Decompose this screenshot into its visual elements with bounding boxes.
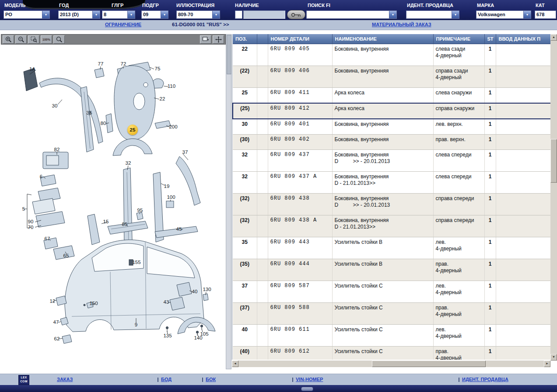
diagram-callout-110[interactable]: 110: [168, 83, 175, 89]
diagram-scrollbar-thumb[interactable]: [227, 35, 231, 74]
chevron-down-icon[interactable]: ▼: [452, 11, 459, 18]
table-row[interactable]: 37 6RU 809 587 Усилитель стойки C лев. 4…: [233, 281, 550, 303]
seller-id-select[interactable]: ▼: [406, 10, 459, 19]
model-select[interactable]: PO ▼: [4, 10, 50, 19]
cell-data-entry[interactable]: [496, 135, 550, 150]
zoom-in-button[interactable]: [3, 35, 14, 44]
brand-select[interactable]: Volkswagen ▼: [476, 10, 531, 19]
cell-data-entry[interactable]: [496, 347, 550, 360]
diagram-callout-135[interactable]: 135: [163, 333, 172, 338]
diagram-callout-130[interactable]: 130: [203, 287, 211, 292]
diagram-callout-67[interactable]: 67: [45, 236, 50, 241]
chevron-down-icon[interactable]: ▼: [389, 11, 396, 18]
diagram-callout-9[interactable]: 9: [135, 322, 137, 327]
table-row[interactable]: (25) 6RU 809 412 Арка колеса справа снар…: [233, 103, 550, 119]
chevron-down-icon[interactable]: ▼: [212, 11, 220, 18]
table-row[interactable]: 30 6RU 809 401 Боковина, внутренняя лев.…: [233, 119, 550, 135]
diagram-callout-100[interactable]: 100: [167, 194, 175, 200]
cell-data-entry[interactable]: [496, 88, 550, 104]
illustration-select[interactable]: 809-70 ▼: [176, 10, 220, 19]
diagram-callout-45[interactable]: 45: [176, 226, 182, 232]
scroll-down-arrow[interactable]: ▼: [550, 354, 557, 361]
footer-link-seller-id[interactable]: ИДЕНТ. ПРОДАВЦА: [462, 377, 508, 382]
diagram-callout-15[interactable]: 15: [103, 219, 109, 224]
magnifier-button[interactable]: [53, 35, 65, 44]
restriction-link[interactable]: ОГРАНИЧЕНИЕ: [105, 22, 141, 27]
table-row[interactable]: 25 6RU 809 411 Арка колеса слева снаружи…: [233, 88, 550, 104]
cell-data-entry[interactable]: [496, 66, 550, 88]
table-row[interactable]: 32 6RU 809 437 Боковина, внутренняя D >>…: [233, 150, 550, 172]
table-row[interactable]: (32) 6RU 809 438 A Боковина, внутренняя …: [233, 215, 550, 237]
footer-link-order[interactable]: ЗАКАЗ: [57, 377, 73, 382]
cell-data-entry[interactable]: [496, 215, 550, 237]
chevron-down-icon[interactable]: ▼: [161, 11, 168, 18]
scroll-left-arrow[interactable]: ◄: [232, 361, 238, 367]
footer-link-bod[interactable]: БОД: [161, 377, 172, 382]
main-group-select[interactable]: 8 ▼: [102, 10, 135, 19]
chevron-down-icon[interactable]: ▼: [42, 11, 49, 18]
diagram-canvas[interactable]: 1A77727511030352280252008237326191009559…: [1, 45, 226, 369]
diagram-callout-75[interactable]: 75: [155, 66, 161, 71]
diagram-callout-47[interactable]: 47: [53, 319, 59, 325]
subgroup-select[interactable]: 09 ▼: [141, 10, 168, 19]
diagram-callout-65[interactable]: 65: [63, 253, 69, 258]
table-row[interactable]: (37) 6RU 809 588 Усилитель стойки C прав…: [233, 303, 550, 325]
chevron-down-icon[interactable]: ▼: [92, 11, 100, 18]
year-select[interactable]: 2013 (D) ▼: [58, 10, 100, 19]
cell-data-entry[interactable]: [496, 103, 550, 119]
diagram-callout-12[interactable]: 12: [50, 298, 56, 304]
vertical-scroll-thumb[interactable]: [550, 139, 557, 183]
table-row[interactable]: (40) 6RU 809 612 Усилитель стойки C прав…: [233, 347, 550, 360]
diagram-callout-35[interactable]: 35: [87, 110, 92, 115]
cell-data-entry[interactable]: [496, 281, 550, 303]
availability-input[interactable]: [235, 10, 242, 19]
fit-window-button[interactable]: [200, 35, 211, 44]
table-row[interactable]: (35) 6RU 809 444 Усилитель стойки B прав…: [233, 259, 550, 281]
diagram-callout-62[interactable]: 62: [54, 336, 60, 341]
diagram-callout-32[interactable]: 32: [126, 160, 131, 166]
bottom-gripper[interactable]: [301, 387, 313, 391]
diagram-callout-155[interactable]: 155: [132, 260, 140, 265]
diagram-callout-40[interactable]: 40: [192, 289, 198, 294]
cell-data-entry[interactable]: [496, 44, 550, 66]
diagram-callout-37[interactable]: 37: [182, 149, 188, 155]
table-row[interactable]: (30) 6RU 809 402 Боковина, внутренняя пр…: [233, 135, 550, 150]
table-row[interactable]: 32 6RU 809 437 A Боковина, внутренняя D …: [233, 172, 550, 194]
cell-data-entry[interactable]: [496, 150, 550, 172]
table-row[interactable]: 35 6RU 809 443 Усилитель стойки B лев. 4…: [233, 237, 550, 259]
scroll-right-arrow[interactable]: ►: [544, 361, 550, 367]
table-row[interactable]: (22) 6RU 809 406 Боковина, внутренняя сп…: [233, 66, 550, 88]
diagram-callout-90[interactable]: 90: [28, 219, 34, 224]
diagram-callout-19[interactable]: 19: [164, 184, 170, 189]
zoom-area-button[interactable]: [28, 35, 39, 44]
diagram-callout-85[interactable]: 85: [122, 222, 128, 227]
diagram-callout-25[interactable]: 25: [127, 125, 138, 135]
scroll-up-arrow[interactable]: ▲: [550, 34, 557, 41]
diagram-callout-200[interactable]: 200: [169, 124, 177, 129]
diagram-callout-6[interactable]: 6: [40, 174, 42, 179]
chevron-down-icon[interactable]: ▼: [523, 11, 531, 18]
diagram-callout-43[interactable]: 43: [164, 299, 169, 305]
diagram-callout-1A[interactable]: 1A: [29, 66, 35, 72]
diagram-callout-5[interactable]: 5: [22, 206, 25, 212]
cell-data-entry[interactable]: [496, 303, 550, 325]
table-row[interactable]: 40 6RU 809 611 Усилитель стойки C лев. 4…: [233, 325, 550, 347]
diagram-callout-140[interactable]: 140: [194, 335, 202, 340]
diagram-callout-150[interactable]: 150: [89, 301, 98, 306]
zoom-100-button[interactable]: 100%: [41, 35, 52, 44]
cell-data-entry[interactable]: [496, 119, 550, 135]
cell-data-entry[interactable]: [496, 237, 550, 259]
pan-button[interactable]: [213, 35, 224, 44]
availability-key-button[interactable]: [287, 10, 305, 19]
diagram-callout-95[interactable]: 95: [137, 208, 143, 213]
chevron-down-icon[interactable]: ▼: [127, 11, 135, 18]
search-fi-select[interactable]: ▼: [306, 10, 397, 19]
catalog-input[interactable]: 678: [535, 10, 556, 19]
cell-data-entry[interactable]: [496, 172, 550, 194]
cell-data-entry[interactable]: [496, 325, 550, 347]
footer-link-bok[interactable]: БОК: [206, 377, 216, 382]
table-row[interactable]: (32) 6RU 809 438 Боковина, внутренняя D …: [233, 194, 550, 215]
horizontal-scroll-thumb[interactable]: [372, 361, 486, 367]
material-order-link[interactable]: МАТЕРИАЛЬНЫЙ ЗАКАЗ: [372, 22, 431, 27]
diagram-callout-30[interactable]: 30: [52, 103, 58, 108]
